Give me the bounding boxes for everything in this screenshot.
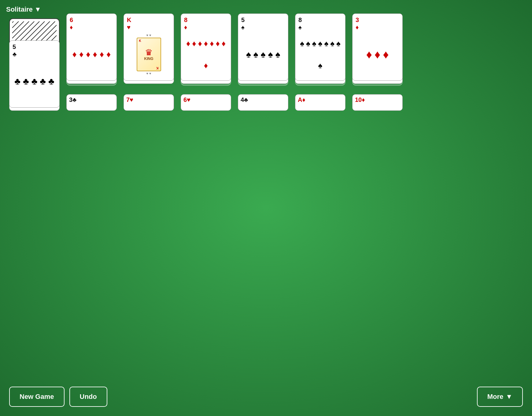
title-dropdown-arrow[interactable]: ▼ bbox=[35, 6, 41, 13]
table-row[interactable]: 8♦ ♦ ♦ ♦ ♦ ♦ ♦ ♦ ♦ bbox=[181, 13, 231, 81]
bottom-bar: New Game Undo More ▼ bbox=[9, 387, 523, 407]
tableau-col-2: 3♣ J♣ 5♥ 6♦ bbox=[66, 94, 117, 108]
table-row[interactable]: 3♦ ♦ ♦ ♦ bbox=[352, 13, 403, 81]
table-row[interactable]: 5♠ ♠ ♠ ♠ ♠ ♠ bbox=[238, 13, 288, 81]
tableau-col-7: 10♦ 2♥ 9♥ 3♦ bbox=[352, 94, 403, 108]
game-area: 2♦ 6♣ 5♣ bbox=[9, 18, 523, 108]
bottom-left-buttons: New Game Undo bbox=[9, 387, 107, 407]
table-row[interactable]: 6♥ bbox=[181, 94, 231, 111]
table-row[interactable]: 3♣ bbox=[66, 94, 117, 111]
table-row[interactable]: 10♦ bbox=[352, 94, 403, 111]
game-title: Solitaire bbox=[6, 6, 33, 13]
new-game-button[interactable]: New Game bbox=[9, 387, 65, 407]
table-row[interactable]: K♥ ♥ ♥ ♛ KING K K bbox=[124, 13, 174, 81]
table-row[interactable]: A♦ bbox=[295, 94, 345, 111]
tableau-col-1: 2♦ 6♣ 5♣ bbox=[9, 94, 60, 108]
table-row[interactable]: 4♣ bbox=[238, 94, 288, 111]
tableau-col-5: 4♣ Q♥ 10♥ 5♠ bbox=[238, 94, 288, 108]
more-button[interactable]: More ▼ bbox=[477, 387, 523, 407]
tableau-col-3: 7♥ K♣ 9♣ K♥ bbox=[124, 94, 174, 108]
tableau-col-4: 6♥ 4♦ 3♣ 8♦ bbox=[181, 94, 231, 108]
tableau-col-6: A♦ 9♦ Q♦ 8♠ bbox=[295, 94, 345, 108]
tableau: 2♦ 6♣ 5♣ bbox=[9, 94, 523, 108]
table-row[interactable]: 5♣ ♣ ♣ ♣ ♣ ♣ bbox=[9, 40, 60, 108]
undo-button[interactable]: Undo bbox=[69, 387, 107, 407]
table-row[interactable]: 8♠ ♠ ♠ ♠ ♠ ♠ ♠ ♠ ♠ bbox=[295, 13, 345, 81]
table-row[interactable]: 7♥ bbox=[124, 94, 174, 111]
table-row[interactable]: 6♦ ♦ ♦ ♦ ♦ ♦ ♦ bbox=[66, 13, 117, 81]
title-bar: Solitaire ▼ bbox=[6, 6, 41, 13]
